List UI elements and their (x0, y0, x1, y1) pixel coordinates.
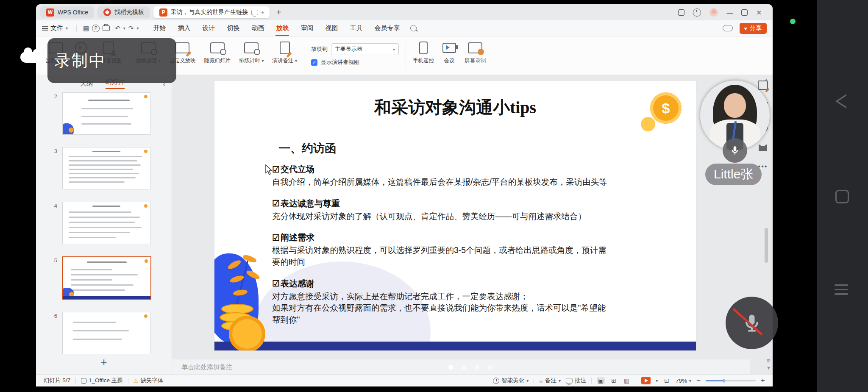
undo-icon[interactable]: ↶ (113, 25, 122, 32)
display-select[interactable]: 主要显示器 ▾ (331, 43, 399, 55)
share-button[interactable]: 分享 (740, 23, 767, 34)
slide-sorter-icon[interactable]: ⊞ (610, 377, 618, 384)
tab-presentation-document[interactable]: P 采访，与真实的世界产生链接 (153, 6, 270, 18)
show-presenter-view-toggle[interactable]: ✓ 显示演讲者视图 (311, 58, 399, 66)
menu-insert[interactable]: 插入 (172, 24, 196, 32)
coin-big-icon (229, 316, 265, 350)
ribbon-phone-remote[interactable]: 手机遥控 (413, 42, 434, 75)
slide-canvas[interactable]: 和采访对象沟通小tips $ 一、约访函 ☑交代立场 自我介绍，简单介绍所属媒体… (214, 81, 696, 350)
ribbon-meeting[interactable]: 会议 (442, 42, 456, 75)
cloud-sync-icon[interactable] (723, 25, 733, 31)
nav-home-button[interactable] (835, 190, 849, 203)
zoom-slider[interactable] (706, 380, 756, 381)
minimize-button[interactable]: — (726, 9, 733, 16)
checkbox-glyph: ☑ (272, 278, 280, 289)
warning-icon: ⚠ (134, 378, 139, 384)
redo-icon[interactable]: ↷ (126, 25, 136, 32)
unsaved-dot-icon (262, 11, 264, 14)
zoom-in-button[interactable]: + (761, 376, 765, 385)
zoom-level[interactable]: 79%▾ (676, 378, 691, 384)
ribbon-hide-slide[interactable]: 隐藏幻灯片 (204, 42, 231, 75)
add-slide-button[interactable]: + (36, 356, 172, 369)
play-options-icon[interactable]: ▾ (656, 378, 658, 383)
status-bar: 幻灯片 5/7 1_Office 主题 ⚠ 缺失字体 智能美化▾ ≡ 备注▾ (36, 374, 773, 386)
thumb-bottom-bar (63, 296, 150, 299)
save-icon[interactable]: ▤ (81, 25, 91, 32)
more-commands-icon[interactable]: ▾ (136, 26, 139, 31)
wps-logo-icon: W (46, 8, 54, 17)
checkbox-checked-icon[interactable]: ✓ (311, 59, 317, 66)
zoom-out-button[interactable]: − (696, 376, 701, 385)
restore-button[interactable] (741, 9, 748, 16)
slide-dot-icon (144, 204, 147, 208)
slide-panel: 大纲 幻灯片 ‹ 2 (36, 75, 172, 375)
menu-animation[interactable]: 动画 (246, 24, 270, 32)
normal-view-icon[interactable]: ▣ (597, 377, 605, 384)
cloud-record-icon (20, 52, 42, 63)
export-pdf-icon[interactable]: P (92, 25, 100, 32)
menu-slideshow[interactable]: 放映 (270, 24, 294, 32)
speaker-mic-icon[interactable] (723, 138, 747, 163)
switch-window-icon[interactable] (678, 9, 684, 16)
menu-design[interactable]: 设计 (197, 24, 220, 32)
editing-workspace: 和采访对象沟通小tips $ 一、约访函 ☑交代立场 自我介绍，简单介绍所属媒体… (172, 75, 773, 375)
menu-member[interactable]: 会员专享 (369, 24, 405, 32)
search-icon[interactable] (410, 25, 417, 31)
integration-mode-icon[interactable] (693, 8, 701, 17)
beautify-icon (493, 378, 499, 384)
scrollbar-thumb[interactable] (765, 228, 768, 263)
close-button[interactable]: ✕ (756, 9, 762, 16)
undo-dropdown-icon[interactable]: ▾ (123, 26, 125, 31)
notes-doc-icon (280, 42, 290, 54)
new-tab-button[interactable]: + (273, 8, 285, 17)
play-slideshow-button[interactable] (641, 377, 651, 384)
comments-button[interactable]: 批注 (566, 377, 586, 384)
coin-small-icon (641, 117, 655, 131)
menu-tools[interactable]: 工具 (344, 24, 368, 32)
window-controls: — ✕ (678, 8, 768, 17)
missing-font-warning[interactable]: ⚠ 缺失字体 (134, 377, 164, 384)
nav-back-button[interactable] (835, 94, 846, 108)
scroll-bottom-controls[interactable]: ⊞▼ (766, 357, 771, 372)
ribbon-screen-record[interactable]: 屏幕录制 (465, 42, 486, 75)
comment-bubble-icon[interactable] (251, 10, 258, 15)
slide-thumbnail-2[interactable] (62, 92, 150, 135)
slide-thumbnail-4[interactable] (62, 202, 150, 244)
thumb-decor (69, 128, 74, 133)
file-menu[interactable]: 文件 ▾ (42, 24, 72, 32)
nav-recents-button[interactable] (835, 281, 848, 298)
slide-thumbnail-3[interactable] (62, 147, 150, 189)
slide-thumbnail-5-selected[interactable] (62, 256, 151, 300)
reading-view-icon[interactable]: ▥ (623, 377, 631, 384)
print-icon[interactable] (103, 25, 110, 31)
fit-window-icon[interactable]: ⊡ (663, 377, 670, 384)
edit-panel-icon[interactable] (758, 81, 768, 90)
slide-thumbnail-6[interactable] (62, 312, 150, 354)
chevron-down-icon: ▾ (66, 26, 68, 31)
account-avatar[interactable] (709, 8, 718, 17)
ribbon-speaker-notes[interactable]: 演讲备注 ▾ (273, 42, 298, 75)
monitor-clock-icon (244, 42, 259, 53)
section-4: ☑表达感谢 对方愿意接受采访，实际上是在帮助记者完成工作，一定要表达感谢； 如果… (272, 278, 696, 326)
mouse-cursor (264, 164, 273, 175)
menu-transition[interactable]: 切换 (221, 24, 245, 32)
comment-icon (566, 378, 573, 384)
ribbon-rehearse-timing[interactable]: 排练计时 ▾ (239, 42, 264, 75)
pagination-dots (448, 365, 492, 370)
tab-docer-templates[interactable]: 找稻壳模板 (97, 6, 150, 18)
menu-view[interactable]: 视图 (320, 24, 343, 32)
tab-wps-home[interactable]: W WPS Office (40, 6, 94, 18)
skin-icon[interactable] (759, 144, 767, 151)
tab-label: 找稻壳模板 (114, 8, 144, 16)
notes-button[interactable]: ≡ 备注▾ (539, 377, 561, 384)
smart-beautify-button[interactable]: 智能美化▾ (493, 377, 529, 384)
microphone-muted-button[interactable] (726, 297, 778, 349)
webcam-decor (724, 93, 746, 118)
menu-review[interactable]: 审阅 (295, 24, 319, 32)
slide-dot-icon (144, 314, 147, 318)
theme-indicator[interactable]: 1_Office 主题 (81, 377, 123, 384)
phone-icon (419, 42, 428, 54)
menu-home[interactable]: 开始 (147, 24, 171, 32)
section-3: ☑阐述需求 根据与采访对象的熟识程度，可以选择罗列重要的3-5个问题，或者给出思… (272, 232, 696, 268)
slide-dot-icon (144, 95, 147, 98)
